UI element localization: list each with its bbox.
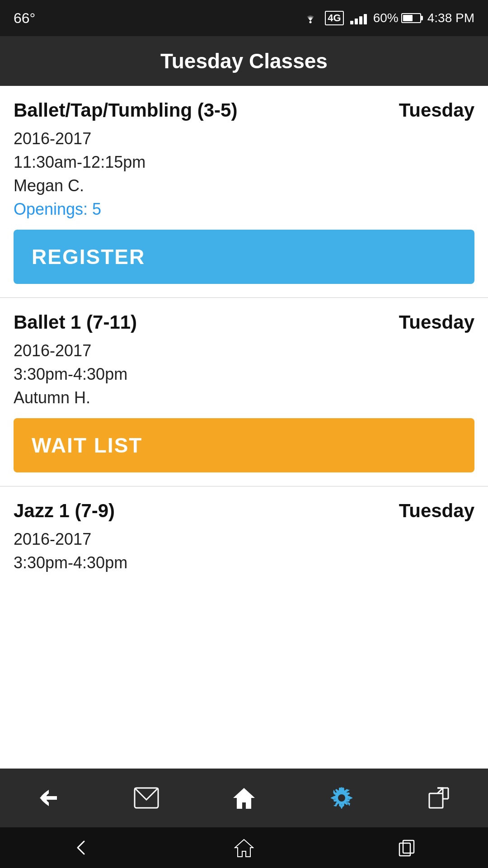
- svg-point-3: [338, 794, 345, 802]
- class-time-1: 11:30am-12:15pm: [14, 153, 474, 172]
- nav-home-button[interactable]: [226, 830, 262, 866]
- class-day-2: Tuesday: [399, 311, 474, 333]
- temperature: 66°: [14, 10, 35, 27]
- bottom-toolbar: [0, 769, 488, 827]
- classes-list: Ballet/Tap/Tumbling (3-5) Tuesday 2016-2…: [0, 86, 488, 769]
- class-header-3: Jazz 1 (7-9) Tuesday: [14, 500, 474, 522]
- class-day-3: Tuesday: [399, 500, 474, 522]
- svg-marker-2: [233, 788, 255, 809]
- class-instructor-1: Megan C.: [14, 176, 474, 195]
- status-bar: 66° 4G 60% 4:38 PM: [0, 0, 488, 36]
- battery-indicator: 60%: [373, 11, 421, 25]
- svg-rect-4: [429, 793, 443, 808]
- system-nav-bar: [0, 827, 488, 868]
- toolbar-mail-button[interactable]: [128, 780, 164, 816]
- class-time-2: 3:30pm-4:30pm: [14, 365, 474, 384]
- class-year-1: 2016-2017: [14, 129, 474, 148]
- waitlist-button-2[interactable]: WAIT LIST: [14, 418, 474, 472]
- wifi-icon: [302, 10, 319, 27]
- toolbar-share-button[interactable]: [421, 780, 457, 816]
- toolbar-settings-button[interactable]: [324, 780, 360, 816]
- class-name-3: Jazz 1 (7-9): [14, 500, 115, 522]
- svg-rect-11: [403, 840, 414, 853]
- signal-bars: [350, 12, 367, 24]
- nav-recent-button[interactable]: [389, 830, 425, 866]
- lte-icon: 4G: [325, 11, 343, 25]
- class-openings-1: Openings: 5: [14, 200, 474, 219]
- register-button-1[interactable]: REGISTER: [14, 230, 474, 284]
- class-header-2: Ballet 1 (7-11) Tuesday: [14, 311, 474, 333]
- svg-rect-10: [399, 843, 410, 856]
- class-instructor-2: Autumn H.: [14, 388, 474, 407]
- class-card-1: Ballet/Tap/Tumbling (3-5) Tuesday 2016-2…: [0, 86, 488, 298]
- class-card-3: Jazz 1 (7-9) Tuesday 2016-2017 3:30pm-4:…: [0, 486, 488, 590]
- nav-back-button[interactable]: [63, 830, 99, 866]
- class-year-2: 2016-2017: [14, 341, 474, 360]
- class-name-1: Ballet/Tap/Tumbling (3-5): [14, 99, 237, 121]
- battery-percent: 60%: [373, 11, 399, 25]
- class-card-2: Ballet 1 (7-11) Tuesday 2016-2017 3:30pm…: [0, 298, 488, 486]
- class-name-2: Ballet 1 (7-11): [14, 311, 137, 333]
- svg-line-5: [437, 788, 443, 793]
- battery-icon: [401, 13, 421, 23]
- page-title: Tuesday Classes: [160, 49, 328, 73]
- class-day-1: Tuesday: [399, 99, 474, 121]
- app-header: Tuesday Classes: [0, 36, 488, 86]
- status-right: 4G 60% 4:38 PM: [302, 10, 474, 27]
- class-header-1: Ballet/Tap/Tumbling (3-5) Tuesday: [14, 99, 474, 121]
- time: 4:38 PM: [427, 11, 474, 25]
- class-time-3: 3:30pm-4:30pm: [14, 553, 474, 572]
- toolbar-back-button[interactable]: [31, 780, 67, 816]
- svg-marker-9: [235, 840, 253, 857]
- toolbar-home-button[interactable]: [226, 780, 262, 816]
- class-year-3: 2016-2017: [14, 530, 474, 549]
- svg-point-0: [310, 21, 312, 23]
